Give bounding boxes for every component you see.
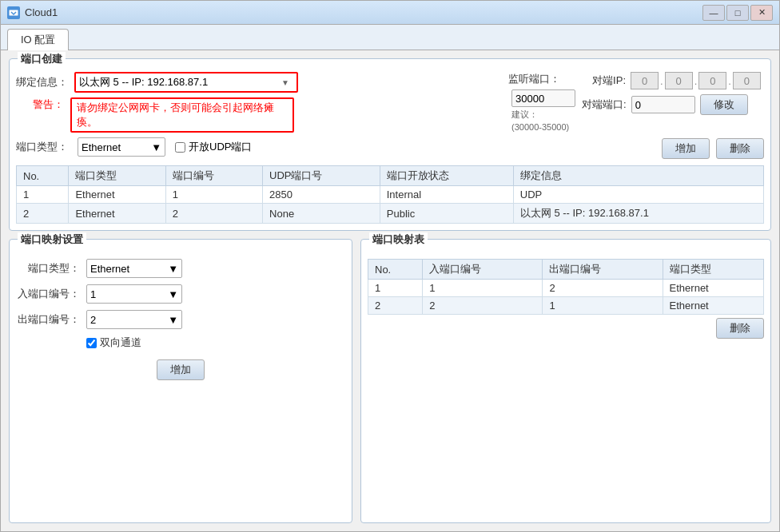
mapping-out-value: 2 bbox=[90, 314, 168, 326]
content-area: 端口创建 绑定信息： 以太网 5 -- IP: 192.168.87.1 ▼ 警… bbox=[1, 50, 779, 531]
warn-label: 警告： bbox=[16, 97, 64, 112]
ip-part-2[interactable]: 0 bbox=[665, 72, 693, 89]
mapping-form: 端口类型： Ethernet ▼ 入端口编号： 1 ▼ bbox=[16, 246, 345, 380]
mapping-settings-title: 端口映射设置 bbox=[18, 232, 86, 247]
mapping-add-button[interactable]: 增加 bbox=[157, 359, 205, 380]
mapping-table-title: 端口映射表 bbox=[369, 232, 428, 247]
bottom-row: 端口映射设置 端口类型： Ethernet ▼ 入端口编号： 1 ▼ bbox=[9, 239, 771, 523]
listen-hint: 建议： bbox=[511, 109, 575, 121]
col-bind: 绑定信息 bbox=[513, 166, 763, 186]
port-cell-type: Ethernet bbox=[69, 204, 165, 224]
port-cell-port: 2 bbox=[165, 204, 262, 224]
opposite-port-input[interactable] bbox=[631, 96, 695, 113]
map-cell-type: Ethernet bbox=[663, 297, 763, 315]
opposite-port-label: 对端端口: bbox=[582, 97, 627, 112]
edit-button[interactable]: 修改 bbox=[700, 94, 748, 115]
mapping-table-group: 端口映射表 No. 入端口编号 出端口编号 端口类型 112Ethernet22… bbox=[360, 239, 771, 523]
mapping-in-value: 1 bbox=[90, 288, 168, 300]
ip-part-1[interactable]: 0 bbox=[631, 72, 659, 89]
map-col-type: 端口类型 bbox=[663, 260, 763, 280]
tab-bar: IO 配置 bbox=[1, 25, 779, 50]
close-button[interactable]: ✕ bbox=[750, 5, 773, 21]
ip-part-4[interactable]: 0 bbox=[733, 72, 761, 89]
bidirectional-label-text: 双向通道 bbox=[100, 335, 141, 350]
mapping-data-table: No. 入端口编号 出端口编号 端口类型 112Ethernet221Ether… bbox=[368, 259, 764, 315]
port-cell-status: Public bbox=[380, 204, 513, 224]
map-cell-out: 1 bbox=[543, 297, 663, 315]
bind-label: 绑定信息： bbox=[16, 75, 68, 89]
mapping-type-arrow: ▼ bbox=[168, 263, 178, 275]
mapping-table-row[interactable]: 221Ethernet bbox=[368, 297, 764, 315]
listen-port-input[interactable] bbox=[511, 89, 575, 107]
map-cell-no: 1 bbox=[368, 280, 423, 297]
mapping-out-select[interactable]: 2 ▼ bbox=[86, 310, 182, 329]
port-cell-bind: UDP bbox=[513, 186, 763, 204]
ip-input: 0 . 0 . 0 . 0 bbox=[631, 72, 761, 89]
add-port-button[interactable]: 增加 bbox=[662, 138, 710, 159]
mapping-table-row[interactable]: 112Ethernet bbox=[368, 280, 764, 297]
udp-checkbox-label: 开放UDP端口 bbox=[189, 140, 252, 154]
delete-port-button[interactable]: 删除 bbox=[716, 138, 764, 159]
title-bar: Cloud1 — □ ✕ bbox=[1, 1, 779, 25]
bidirectional-checkbox-label: 双向通道 bbox=[86, 335, 141, 350]
maximize-button[interactable]: □ bbox=[726, 5, 749, 21]
mapping-out-label: 出端口编号： bbox=[16, 312, 80, 327]
map-cell-no: 2 bbox=[368, 297, 423, 315]
mapping-type-label: 端口类型： bbox=[16, 261, 80, 276]
map-cell-type: Ethernet bbox=[663, 280, 763, 297]
map-col-in: 入端口编号 bbox=[423, 260, 543, 280]
port-type-value: Ethernet bbox=[82, 141, 151, 153]
map-cell-out: 2 bbox=[543, 280, 663, 297]
ip-part-3[interactable]: 0 bbox=[698, 72, 726, 89]
map-col-no: No. bbox=[368, 260, 423, 280]
warn-text: 请勿绑定公网网卡，否则可能会引起网络瘫痪。 bbox=[70, 97, 294, 133]
col-no: No. bbox=[17, 166, 69, 186]
port-table-row[interactable]: 1Ethernet12850InternalUDP bbox=[17, 186, 764, 204]
udp-checkbox[interactable] bbox=[175, 142, 185, 153]
port-cell-udp: None bbox=[263, 204, 380, 224]
window-controls: — □ ✕ bbox=[702, 5, 773, 21]
map-cell-in: 1 bbox=[423, 280, 543, 297]
app-icon bbox=[7, 6, 20, 19]
mapping-settings-group: 端口映射设置 端口类型： Ethernet ▼ 入端口编号： 1 ▼ bbox=[9, 239, 352, 523]
opposite-ip-label: 对端IP: bbox=[582, 73, 626, 88]
port-cell-port: 1 bbox=[165, 186, 262, 204]
port-creation-group: 端口创建 绑定信息： 以太网 5 -- IP: 192.168.87.1 ▼ 警… bbox=[9, 58, 771, 231]
col-status: 端口开放状态 bbox=[380, 166, 513, 186]
mapping-type-value: Ethernet bbox=[90, 263, 168, 275]
port-cell-type: Ethernet bbox=[69, 186, 165, 204]
port-cell-no: 1 bbox=[17, 186, 69, 204]
col-port-no: 端口编号 bbox=[165, 166, 262, 186]
mapping-type-select[interactable]: Ethernet ▼ bbox=[86, 259, 182, 278]
port-type-select[interactable]: Ethernet ▼ bbox=[78, 137, 165, 157]
bind-select-arrow: ▼ bbox=[277, 74, 293, 90]
tab-io-config[interactable]: IO 配置 bbox=[7, 29, 69, 50]
mapping-in-label: 入端口编号： bbox=[16, 287, 80, 301]
mapping-in-arrow: ▼ bbox=[168, 288, 178, 300]
map-cell-in: 2 bbox=[423, 297, 543, 315]
col-udp: UDP端口号 bbox=[263, 166, 380, 186]
window-title: Cloud1 bbox=[25, 6, 58, 18]
port-type-label: 端口类型： bbox=[16, 140, 68, 154]
mapping-in-select[interactable]: 1 ▼ bbox=[86, 284, 182, 304]
mapping-delete-button[interactable]: 删除 bbox=[716, 318, 764, 339]
port-cell-status: Internal bbox=[380, 186, 513, 204]
port-creation-title: 端口创建 bbox=[18, 52, 66, 66]
port-cell-no: 2 bbox=[17, 204, 69, 224]
map-col-out: 出端口编号 bbox=[543, 260, 663, 280]
bind-select[interactable]: 以太网 5 -- IP: 192.168.87.1 ▼ bbox=[74, 72, 298, 93]
minimize-button[interactable]: — bbox=[702, 5, 725, 21]
bidirectional-checkbox[interactable] bbox=[86, 338, 97, 348]
port-table-row[interactable]: 2Ethernet2NonePublic以太网 5 -- IP: 192.168… bbox=[17, 204, 764, 224]
mapping-out-arrow: ▼ bbox=[168, 314, 178, 326]
bind-select-value: 以太网 5 -- IP: 192.168.87.1 bbox=[79, 75, 277, 89]
port-table: No. 端口类型 端口编号 UDP端口号 端口开放状态 绑定信息 1Ethern… bbox=[16, 165, 764, 224]
port-cell-bind: 以太网 5 -- IP: 192.168.87.1 bbox=[513, 204, 763, 224]
listen-label: 监听端口： bbox=[508, 72, 560, 86]
col-type: 端口类型 bbox=[69, 166, 165, 186]
port-type-arrow: ▼ bbox=[151, 141, 161, 153]
port-cell-udp: 2850 bbox=[263, 186, 380, 204]
listen-range: (30000-35000) bbox=[511, 122, 575, 132]
main-window: Cloud1 — □ ✕ IO 配置 端口创建 绑定信息： 以太网 5 -- bbox=[0, 0, 780, 532]
